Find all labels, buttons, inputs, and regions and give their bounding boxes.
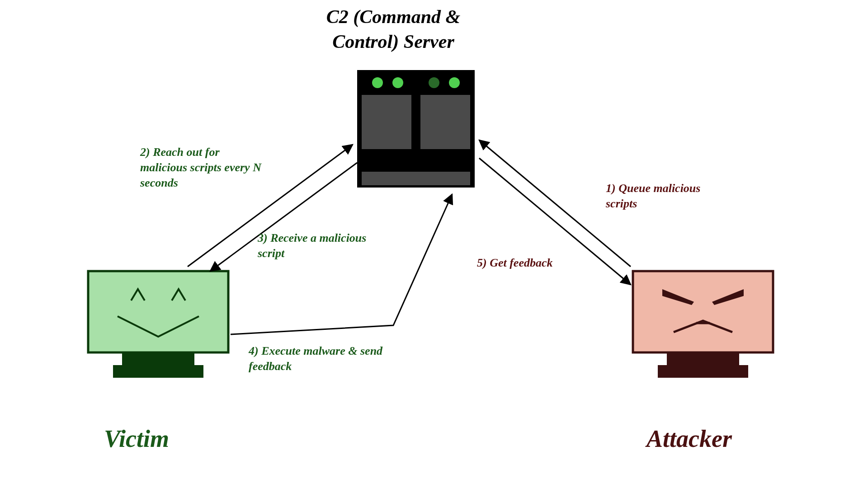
svg-point-5: [392, 77, 403, 88]
svg-point-6: [429, 77, 439, 88]
step-1-label: 1) Queue malicious scripts: [606, 181, 723, 211]
c2-diagram: [0, 0, 868, 488]
server-title-line2: Control) Server: [332, 31, 454, 52]
step-5-label: 5) Get feedback: [477, 255, 594, 271]
server-title-line1: C2 (Command &: [326, 6, 460, 27]
svg-point-4: [372, 77, 383, 88]
svg-rect-3: [362, 172, 470, 185]
step-3-label: 3) Receive a malicious script: [258, 230, 375, 261]
svg-rect-12: [667, 352, 739, 365]
arrow-step-4: [231, 194, 452, 334]
c2-server-icon: [357, 70, 475, 188]
server-title: C2 (Command & Control) Server: [289, 5, 497, 54]
svg-rect-10: [113, 365, 203, 378]
victim-monitor-icon: [88, 271, 228, 378]
step-4-label: 4) Execute malware & send feedback: [249, 343, 402, 374]
svg-rect-8: [88, 271, 228, 352]
attacker-monitor-icon: [633, 271, 773, 378]
svg-rect-11: [633, 271, 773, 352]
svg-point-7: [449, 77, 460, 88]
victim-label: Victim: [104, 425, 169, 453]
attacker-label: Attacker: [646, 425, 732, 453]
step-2-label: 2) Reach out for malicious scripts every…: [140, 145, 267, 190]
svg-rect-2: [411, 95, 420, 149]
svg-rect-13: [658, 365, 748, 378]
svg-rect-9: [122, 352, 194, 365]
